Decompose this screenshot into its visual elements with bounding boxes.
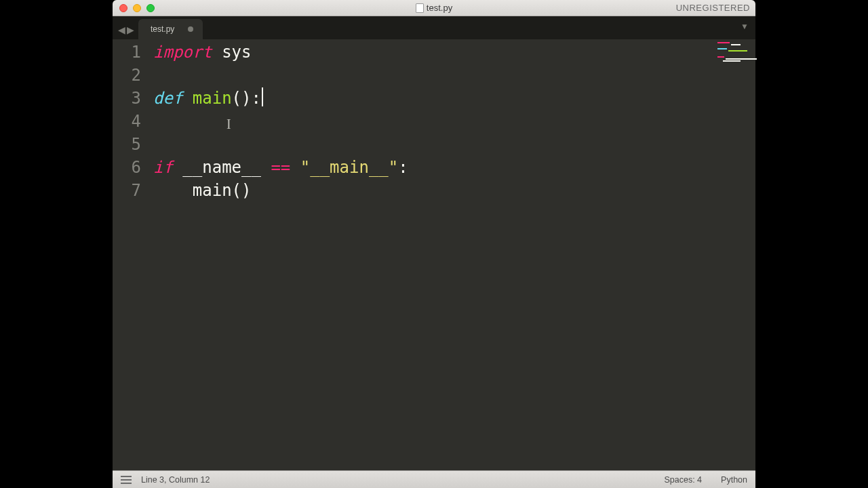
nav-forward-icon[interactable]: ▶ [127,24,134,35]
window-title: test.py [113,3,755,13]
code-line[interactable]: main() [153,179,755,202]
indent-setting[interactable]: Spaces: 4 [664,475,702,485]
tab-file[interactable]: test.py [138,19,203,39]
text-cursor [262,87,263,106]
window-controls [119,4,155,12]
line-number: 6 [113,156,141,179]
cursor-position[interactable]: Line 3, Column 12 [141,475,210,485]
minimap-line [717,42,730,43]
minimap[interactable] [715,39,755,470]
zoom-icon[interactable] [146,4,155,12]
minimap-line [728,50,747,52]
code-line[interactable]: if __name__ == "__main__": [153,156,755,179]
minimap-line [717,48,727,49]
code-line[interactable]: import sys [153,41,755,64]
syntax-setting[interactable]: Python [721,475,747,485]
minimap-line [731,44,741,45]
line-number: 7 [113,179,141,202]
tab-bar: ◀ ▶ test.py ▼ [113,16,755,39]
nav-back-icon[interactable]: ◀ [118,24,125,35]
line-number: 5 [113,133,141,156]
dirty-indicator-icon [188,26,193,32]
editor-window: test.py UNREGISTERED ◀ ▶ test.py ▼ 12345… [113,0,755,488]
status-bar: Line 3, Column 12 Spaces: 4 Python [113,470,755,488]
line-number: 1 [113,41,141,64]
code-line[interactable] [153,133,755,156]
code-line[interactable]: def main(): [153,87,755,110]
minimap-line [726,58,757,60]
document-icon [416,3,424,13]
menu-icon[interactable] [121,476,132,484]
code-area[interactable]: import sysdef main(): Iif __name__ == "_… [148,39,755,470]
registration-status: UNREGISTERED [676,3,750,13]
minimap-line [717,56,724,58]
code-line[interactable] [153,64,755,87]
line-number: 3 [113,87,141,110]
titlebar[interactable]: test.py UNREGISTERED [113,0,755,16]
close-icon[interactable] [119,4,127,12]
mouse-ibeam-icon: I [226,113,231,136]
line-gutter: 1234567 [113,39,148,470]
minimize-icon[interactable] [133,4,141,12]
nav-arrows: ◀ ▶ [118,24,134,35]
minimap-line [723,60,741,62]
code-line[interactable]: I [153,110,755,133]
tab-overflow-icon[interactable]: ▼ [741,22,749,31]
line-number: 4 [113,110,141,133]
line-number: 2 [113,64,141,87]
tab-label: test.py [151,24,174,34]
code-editor[interactable]: 1234567 import sysdef main(): Iif __name… [113,39,755,470]
title-filename: test.py [427,3,452,13]
